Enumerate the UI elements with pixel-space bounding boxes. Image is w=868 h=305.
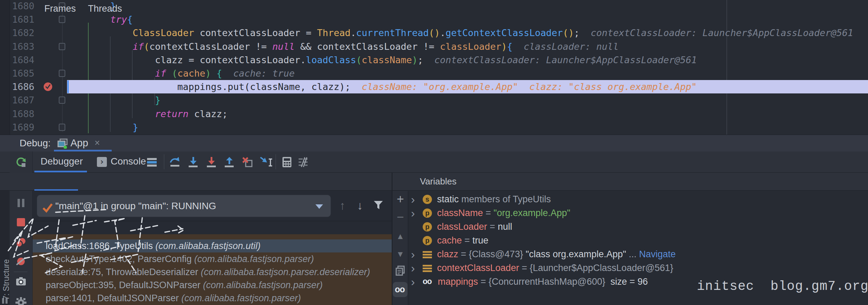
- variable-token: "org.example.App": [493, 208, 570, 218]
- trace-stream-icon[interactable]: [297, 156, 309, 168]
- variable-token: static: [437, 194, 461, 205]
- variable-row[interactable]: pcache = true: [411, 234, 868, 247]
- code-line[interactable]: if (cache) { cache: true: [66, 67, 295, 80]
- code-token: [66, 68, 155, 79]
- code-token: loadClass: [306, 55, 356, 65]
- thread-dump-camera-icon[interactable]: [15, 276, 26, 287]
- code-line[interactable]: if(contextClassLoader != null && context…: [66, 40, 619, 53]
- chevron-right-icon[interactable]: ›: [411, 248, 423, 260]
- chevron-right-icon[interactable]: ›: [411, 193, 423, 205]
- tab-debugger[interactable]: Debugger: [41, 151, 83, 172]
- line-number[interactable]: 1682: [10, 26, 34, 39]
- stripe-bottom-icon[interactable]: [2, 298, 8, 304]
- line-number[interactable]: 1680: [10, 0, 34, 13]
- stop-icon[interactable]: [15, 217, 26, 228]
- close-icon[interactable]: ×: [94, 135, 100, 151]
- line-number[interactable]: 1686: [10, 80, 34, 93]
- step-out-icon[interactable]: [223, 156, 235, 168]
- pause-icon[interactable]: [15, 197, 26, 208]
- step-over-icon[interactable]: [169, 156, 181, 168]
- step-into-icon[interactable]: [187, 156, 199, 168]
- force-step-into-icon[interactable]: [205, 156, 217, 168]
- settings-gear-icon[interactable]: [15, 297, 26, 305]
- stack-frame-row[interactable]: loadClass:1686, TypeUtils (com.alibaba.f…: [33, 239, 392, 252]
- next-frame-icon[interactable]: ↓: [357, 200, 363, 211]
- fold-marker-up[interactable]: [59, 97, 65, 104]
- code-token: className: [362, 55, 412, 65]
- stack-frame-row[interactable]: checkAutoType:1402, ParserConfig (com.al…: [33, 252, 392, 266]
- rerun-icon[interactable]: [15, 157, 26, 168]
- code-line[interactable]: }: [66, 93, 160, 107]
- move-down-icon[interactable]: ▼: [395, 249, 406, 260]
- fold-marker-up[interactable]: [59, 124, 65, 131]
- chevron-right-icon[interactable]: ›: [411, 207, 423, 219]
- code-token: .: [350, 27, 356, 38]
- line-number[interactable]: 1684: [10, 53, 34, 67]
- breakpoint-icon[interactable]: [43, 82, 53, 91]
- show-watches-toggle[interactable]: oo: [393, 282, 408, 297]
- code-token: if: [133, 41, 144, 52]
- variable-token: ...: [626, 249, 639, 260]
- code-line[interactable]: return clazz;: [66, 107, 227, 121]
- add-watch-icon[interactable]: +: [395, 194, 406, 205]
- frame-method: parse:1401, DefaultJSONParser: [46, 293, 181, 303]
- line-number[interactable]: 1688: [10, 107, 34, 121]
- stack-frame-row[interactable]: parseObject:395, DefaultJSONParser (com.…: [33, 279, 392, 292]
- variable-token: mappings: [438, 276, 478, 287]
- move-up-icon[interactable]: ▲: [395, 231, 406, 242]
- variable-token: null: [498, 222, 512, 232]
- previous-frame-icon[interactable]: ↑: [340, 200, 345, 211]
- line-number[interactable]: 1689: [10, 121, 34, 134]
- chevron-right-icon[interactable]: ›: [411, 262, 423, 274]
- navigate-link[interactable]: Navigate: [639, 249, 676, 260]
- variable-token: contextClassLoader: [437, 263, 519, 273]
- frame-package: (com.alibaba.fastjson.parser): [203, 280, 323, 290]
- code-editor[interactable]: 1680168116821683168416851686168716881689…: [0, 0, 868, 135]
- show-execution-point-icon[interactable]: [146, 156, 158, 168]
- fold-marker-down[interactable]: [59, 70, 65, 77]
- tab-app-session[interactable]: App ×: [54, 135, 112, 151]
- code-token: [580, 27, 591, 38]
- remove-watch-icon[interactable]: −: [395, 212, 406, 223]
- code-token: (: [172, 68, 177, 79]
- line-number[interactable]: 1687: [10, 93, 34, 107]
- variable-row[interactable]: ›sstatic members of TypeUtils: [411, 192, 868, 206]
- variable-row[interactable]: ›pclassName = "org.example.App": [411, 206, 868, 220]
- stack-frame-row[interactable]: parse:1401, DefaultJSONParser (com.aliba…: [33, 292, 392, 305]
- tab-threads[interactable]: Threads: [88, 0, 122, 17]
- code-line[interactable]: }: [66, 121, 138, 134]
- variable-row[interactable]: pclassLoader = null: [411, 220, 868, 234]
- code-line[interactable]: mappings.put(className, clazz); classNam…: [66, 80, 697, 93]
- variable-row[interactable]: ›contextClassLoader = {Launcher$AppClass…: [411, 261, 868, 275]
- thread-selector-dropdown[interactable]: "main"@1 in group "main": RUNNING: [37, 195, 331, 217]
- filter-funnel-icon[interactable]: [372, 199, 385, 211]
- field-icon: [423, 251, 432, 258]
- code-token: clazz;: [189, 109, 228, 119]
- frame-method: parseObject:395, DefaultJSONParser: [46, 280, 203, 290]
- site-watermark: initsec blog.gm7.org: [697, 279, 868, 294]
- line-number[interactable]: 1681: [10, 13, 34, 26]
- code-token: [66, 27, 133, 38]
- chevron-right-icon[interactable]: ›: [411, 276, 423, 287]
- code-token: [66, 122, 133, 133]
- variable-row[interactable]: ›clazz = {Class@473} "class org.example.…: [411, 247, 868, 261]
- drop-frame-icon[interactable]: [242, 156, 253, 168]
- frame-package: (com.alibaba.fastjson.parser): [181, 293, 301, 303]
- fold-marker-down[interactable]: [59, 43, 65, 50]
- copy-icon[interactable]: [395, 265, 406, 276]
- divider: [33, 221, 392, 221]
- code-line[interactable]: ClassLoader contextClassLoader = Thread.…: [66, 26, 853, 39]
- run-to-cursor-icon[interactable]: [259, 156, 273, 168]
- variable-token: members of TypeUtils: [461, 194, 551, 205]
- tab-console[interactable]: Console: [111, 151, 146, 172]
- line-number[interactable]: 1685: [10, 67, 34, 80]
- evaluate-expression-icon[interactable]: [281, 156, 293, 168]
- stack-frame-row[interactable]: deserialze:75, ThrowableDeserializer (co…: [33, 266, 392, 279]
- frame-method: checkAutoType:1402, ParserConfig: [46, 254, 194, 264]
- tab-frames[interactable]: Frames: [44, 0, 76, 17]
- view-breakpoints-icon[interactable]: [15, 237, 26, 248]
- mute-breakpoints-icon[interactable]: [15, 256, 26, 267]
- code-line[interactable]: clazz = contextClassLoader.loadClass(cla…: [66, 53, 697, 67]
- line-number[interactable]: 1683: [10, 40, 34, 53]
- code-token: ;: [574, 27, 579, 38]
